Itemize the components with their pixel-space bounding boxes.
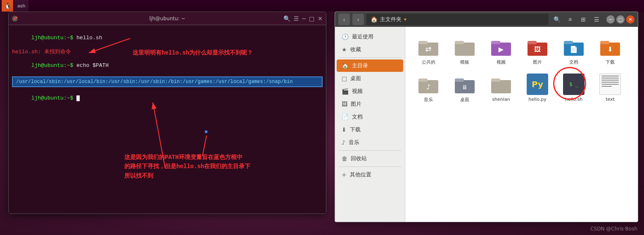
fm-titlebar-actions: 🔍 ≡ ⊞ ☰	[551, 14, 602, 25]
fm-sidebar: 🕐 最近使用 ★ 收藏 🏠 主目录 □ 桌面 🎬 视频 🖼 图	[335, 27, 405, 222]
terminal-titlebar: 📌 ljh@ubuntu: ~ 🔍 ☰ ─ □ ✕	[9, 12, 326, 25]
hello-sh-label: hello.sh	[565, 97, 583, 102]
template-folder-icon	[454, 36, 475, 57]
terminal-menu-icon[interactable]: ☰	[294, 15, 299, 22]
fm-close-btn[interactable]: ✕	[626, 15, 634, 24]
hello-py-icon: Py	[527, 74, 548, 95]
file-item-text[interactable]: text	[594, 71, 627, 105]
sidebar-desktop-label: 桌面	[350, 75, 361, 82]
sidebar-item-desktop[interactable]: □ 桌面	[337, 72, 403, 85]
file-item-pictures[interactable]: 🖼 图片	[521, 33, 554, 68]
svg-rect-27	[491, 80, 511, 93]
documents-icon: 📄	[342, 114, 349, 120]
terminal-pin-btn[interactable]: 📌	[12, 16, 18, 21]
sidebar-documents-label: 文档	[352, 113, 363, 121]
sidebar-item-trash[interactable]: 🗑 回收站	[337, 152, 403, 165]
svg-text:⇄: ⇄	[425, 45, 431, 53]
hello-py-label: hello.py	[528, 97, 546, 102]
home-icon: 🏠	[342, 62, 349, 69]
sidebar-item-music[interactable]: ♪ 音乐	[337, 136, 403, 149]
fm-maximize-btn[interactable]: □	[616, 15, 625, 24]
svg-rect-7	[455, 43, 475, 56]
shenlan-folder-icon	[490, 74, 512, 95]
blue-dot	[205, 131, 207, 133]
svg-rect-19	[600, 41, 609, 44]
template-folder-label: 模板	[460, 59, 469, 65]
documents-folder-label: 文档	[569, 59, 578, 65]
sidebar-separator-1	[338, 57, 402, 58]
terminal-close-icon[interactable]: ✕	[318, 15, 323, 22]
sidebar-trash-label: 回收站	[351, 155, 367, 162]
terminal-minimize-icon[interactable]: ─	[302, 15, 306, 22]
bookmarks-icon: ★	[342, 46, 347, 53]
svg-rect-28	[491, 78, 500, 82]
file-item-template[interactable]: 模板	[448, 33, 481, 68]
pictures-folder-icon: 🖼	[527, 36, 548, 57]
file-item-downloads[interactable]: ⬇ 下载	[594, 33, 627, 68]
svg-rect-13	[528, 41, 537, 44]
file-item-documents[interactable]: 📄 文档	[557, 33, 590, 68]
terminal-title: ljh@ubuntu: ~	[150, 16, 185, 21]
sidebar-item-other[interactable]: + 其他位置	[337, 169, 403, 181]
file-manager-window: ‹ › 🏠 主文件夹 ▾ 🔍 ≡ ⊞ ☰ ─ □ ✕ 🕐 最近使用 ★	[335, 12, 638, 222]
pictures-icon: 🖼	[342, 101, 347, 107]
fm-list-view-btn[interactable]: ≡	[564, 14, 576, 25]
fm-view-options-btn[interactable]: ⊞	[577, 14, 589, 25]
sidebar-item-videos[interactable]: 🎬 视频	[337, 85, 403, 97]
fm-titlebar: ‹ › 🏠 主文件夹 ▾ 🔍 ≡ ⊞ ☰ ─ □ ✕	[335, 12, 638, 27]
fm-search-btn[interactable]: 🔍	[551, 14, 563, 25]
terminal-search-icon[interactable]: 🔍	[283, 15, 290, 22]
sidebar-bookmarks-label: 收藏	[350, 46, 361, 53]
terminal-body[interactable]: ljh@ubuntu:~$ hello.sh hello.sh: 未找到命令 l…	[9, 25, 326, 214]
file-item-hello-py[interactable]: Py hello.py	[521, 71, 554, 105]
fm-path-label: 主文件夹	[380, 16, 402, 23]
fm-forward-btn[interactable]: ›	[352, 14, 364, 25]
sidebar-item-home[interactable]: 🏠 主目录	[337, 59, 403, 72]
svg-text:▶: ▶	[499, 45, 504, 53]
fm-back-btn[interactable]: ‹	[338, 14, 350, 25]
file-item-shenlan[interactable]: shenlan	[485, 71, 518, 105]
taskbar-app-label[interactable]: ash	[14, 0, 29, 12]
taskbar-ubuntu-icon[interactable]: 🐧	[2, 0, 13, 12]
fm-path-bar[interactable]: 🏠 主文件夹 ▾	[366, 14, 549, 25]
terminal-titlebar-right: 🔍 ☰ ─ □ ✕	[283, 15, 323, 22]
python-file-icon: Py	[527, 74, 548, 95]
sidebar-item-recent[interactable]: 🕐 最近使用	[337, 31, 403, 43]
svg-text:⬇: ⬇	[607, 45, 613, 53]
music-icon: ♪	[342, 139, 345, 146]
terminal-line-5: ljh@ubuntu:~$	[12, 89, 323, 107]
sidebar-recent-label: 最近使用	[352, 33, 373, 40]
recent-icon: 🕐	[342, 33, 349, 40]
fm-path-dropdown-icon[interactable]: ▾	[404, 17, 406, 22]
terminal-maximize-icon[interactable]: □	[309, 15, 314, 22]
fm-menu-btn[interactable]: ☰	[591, 14, 602, 25]
file-item-desktop[interactable]: 🖥 桌面	[448, 71, 481, 105]
terminal-line-2: hello.sh: 未找到命令	[12, 48, 323, 55]
sidebar-videos-label: 视频	[352, 88, 363, 95]
file-item-hello-sh[interactable]: $ _ hello.sh	[557, 71, 590, 105]
sidebar-item-pictures[interactable]: 🖼 图片	[337, 98, 403, 110]
file-item-videos[interactable]: ▶ 视频	[485, 33, 518, 68]
svg-rect-10	[491, 41, 500, 44]
csdn-watermark: CSDN @Chris·Bosh	[590, 226, 637, 232]
file-item-public[interactable]: ⇄ 公共的	[412, 33, 445, 68]
svg-text:♪: ♪	[426, 83, 430, 91]
desktop-icon: □	[342, 75, 347, 82]
file-item-music[interactable]: ♪ 音乐	[412, 71, 445, 105]
text-file-label: text	[606, 97, 615, 102]
svg-rect-22	[418, 78, 428, 82]
pictures-folder-label: 图片	[533, 59, 542, 65]
fm-minimize-btn[interactable]: ─	[606, 15, 615, 24]
fm-path-home-icon: 🏠	[371, 16, 378, 23]
sidebar-item-bookmarks[interactable]: ★ 收藏	[337, 43, 403, 56]
desktop-folder-label: 桌面	[460, 97, 469, 103]
terminal-titlebar-left: 📌	[12, 16, 18, 21]
svg-text:🖥: 🖥	[462, 84, 468, 90]
sidebar-home-label: 主目录	[352, 62, 368, 69]
fm-main-area: ⇄ 公共的 模板	[405, 27, 638, 222]
sidebar-item-downloads[interactable]: ⬇ 下载	[337, 123, 403, 136]
desktop-folder-icon: 🖥	[454, 74, 475, 95]
sidebar-item-documents[interactable]: 📄 文档	[337, 111, 403, 123]
public-folder-icon: ⇄	[418, 36, 439, 57]
script-file-icon: $ _	[563, 74, 585, 95]
